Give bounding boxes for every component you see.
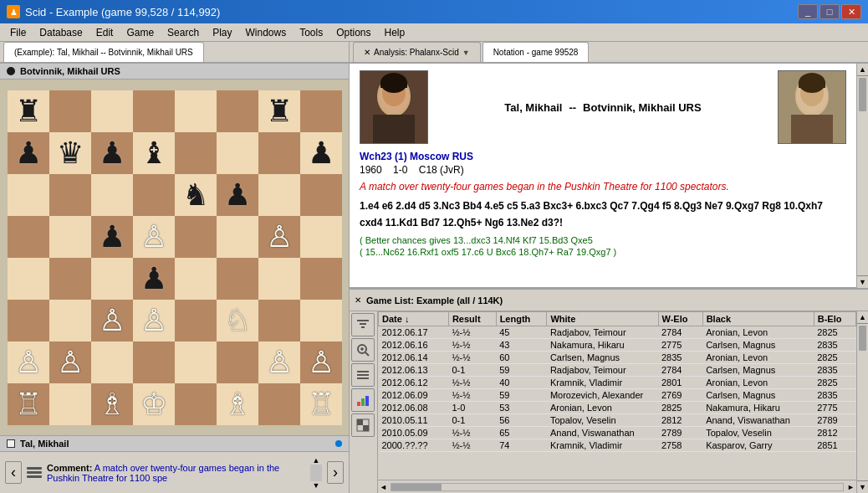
table-row[interactable]: 2012.06.09½-½59Morozevich, Alexander2769… — [379, 389, 856, 402]
square-b4[interactable] — [49, 258, 91, 300]
square-h7[interactable]: ♟ — [300, 132, 342, 174]
prev-button[interactable]: ‹ — [5, 461, 22, 484]
col-date[interactable]: Date ↓ — [379, 312, 449, 326]
table-row[interactable]: 2012.06.16½-½43Nakamura, Hikaru2775Carls… — [379, 339, 856, 352]
square-h5[interactable] — [300, 216, 342, 258]
menu-help[interactable]: Help — [378, 25, 412, 40]
board-button[interactable] — [351, 413, 375, 437]
square-a2[interactable]: ♙ — [8, 342, 49, 383]
square-d4[interactable]: ♟ — [133, 258, 175, 300]
square-d5[interactable]: ♙ — [133, 216, 175, 258]
menu-windows[interactable]: Windows — [238, 25, 293, 40]
notation-scrollbar[interactable]: ▲ ▼ — [856, 64, 868, 288]
square-a4[interactable] — [8, 258, 49, 300]
minimize-button[interactable]: _ — [798, 4, 818, 19]
square-c7[interactable]: ♟ — [91, 132, 133, 174]
square-c4[interactable] — [91, 258, 133, 300]
square-h2[interactable]: ♙ — [300, 342, 342, 383]
list-button[interactable] — [351, 363, 375, 387]
square-d3[interactable]: ♙ — [133, 300, 175, 342]
col-result[interactable]: Result — [448, 312, 496, 326]
square-e3[interactable] — [175, 300, 217, 342]
col-white[interactable]: White — [547, 312, 658, 326]
maximize-button[interactable]: □ — [819, 4, 840, 19]
square-g4[interactable] — [258, 258, 300, 300]
square-f4[interactable] — [217, 258, 258, 300]
left-tab[interactable]: (Example): Tal, Mikhail -- Botvinnik, Mi… — [3, 42, 204, 62]
table-row[interactable]: 2000.??.??½-½74Kramnik, Vladimir2758Kasp… — [379, 439, 856, 452]
square-h3[interactable] — [300, 300, 342, 342]
square-h1[interactable]: ♖ — [300, 383, 342, 425]
menu-game[interactable]: Game — [120, 25, 161, 40]
square-d8[interactable] — [133, 90, 175, 132]
square-f6[interactable]: ♟ — [217, 174, 258, 216]
menu-edit[interactable]: Edit — [89, 25, 120, 40]
square-e2[interactable] — [175, 342, 217, 383]
square-b8[interactable] — [49, 90, 91, 132]
table-row[interactable]: 2012.06.081-053Aronian, Levon2825Nakamur… — [379, 402, 856, 414]
square-h8[interactable] — [300, 90, 342, 132]
square-f3[interactable]: ♘ — [217, 300, 258, 342]
square-e7[interactable] — [175, 132, 217, 174]
list-scroll-up[interactable]: ▲ — [857, 311, 868, 324]
game-list-close-icon[interactable]: ✕ — [355, 295, 361, 305]
square-f2[interactable] — [217, 342, 258, 383]
square-b6[interactable] — [49, 174, 91, 216]
h-scroll-right[interactable]: ► — [845, 483, 856, 491]
square-b3[interactable] — [49, 300, 91, 342]
next-button[interactable]: › — [327, 461, 344, 484]
scroll-thumb[interactable] — [310, 465, 322, 481]
chart-button[interactable] — [351, 388, 375, 412]
menu-database[interactable]: Database — [33, 25, 89, 40]
square-a5[interactable] — [8, 216, 49, 258]
square-d7[interactable]: ♝ — [133, 132, 175, 174]
square-d1[interactable]: ♔ — [133, 383, 175, 425]
square-b2[interactable]: ♙ — [49, 342, 91, 383]
h-scroll-left[interactable]: ◄ — [378, 483, 389, 491]
table-row[interactable]: 2010.05.09½-½65Anand, Viswanathan2789Top… — [379, 427, 856, 439]
square-d2[interactable] — [133, 342, 175, 383]
game-table-scroll[interactable]: Date ↓ Result Length White W-Elo Black B… — [378, 311, 856, 480]
square-g8[interactable]: ♜ — [258, 90, 300, 132]
square-a8[interactable]: ♜ — [8, 90, 49, 132]
menu-options[interactable]: Options — [329, 25, 377, 40]
table-row[interactable]: 2012.06.14½-½60Carlsen, Magnus2835Aronia… — [379, 352, 856, 364]
scroll-up-icon[interactable]: ▲ — [310, 456, 322, 465]
table-row[interactable]: 2012.06.130-159Radjabov, Teimour2784Carl… — [379, 364, 856, 377]
square-c2[interactable] — [91, 342, 133, 383]
square-c8[interactable] — [91, 90, 133, 132]
square-f8[interactable] — [217, 90, 258, 132]
square-g3[interactable] — [258, 300, 300, 342]
square-e1[interactable] — [175, 383, 217, 425]
table-row[interactable]: 2012.06.17½-½45Radjabov, Teimour2784Aron… — [379, 326, 856, 339]
square-c1[interactable]: ♗ — [91, 383, 133, 425]
square-d6[interactable] — [133, 174, 175, 216]
chess-board[interactable]: ♜♜♟♛♟♝♟♞♟♟♙♙♟♙♙♘♙♙♙♙♖♗♔♗♖ — [8, 90, 342, 425]
square-a6[interactable] — [8, 174, 49, 216]
square-g7[interactable] — [258, 132, 300, 174]
square-e5[interactable] — [175, 216, 217, 258]
col-welo[interactable]: W-Elo — [658, 312, 702, 326]
square-b5[interactable] — [49, 216, 91, 258]
square-e6[interactable]: ♞ — [175, 174, 217, 216]
moves-text[interactable]: 1.e4 e6 2.d4 d5 3.Nc3 Bb4 4.e5 c5 5.a3 B… — [360, 198, 846, 232]
notation-scroll-up[interactable]: ▲ — [857, 64, 868, 76]
h-scrollbar[interactable] — [391, 483, 844, 491]
square-e4[interactable] — [175, 258, 217, 300]
list-scroll-down[interactable]: ▼ — [857, 480, 868, 493]
col-black[interactable]: Black — [702, 312, 814, 326]
table-row[interactable]: 2010.05.110-156Topalov, Veselin2812Anand… — [379, 414, 856, 427]
square-g1[interactable] — [258, 383, 300, 425]
zoom-button[interactable] — [351, 338, 375, 362]
table-row[interactable]: 2012.06.12½-½40Kramnik, Vladimir2801Aron… — [379, 377, 856, 389]
square-f1[interactable]: ♗ — [217, 383, 258, 425]
notation-scroll-down[interactable]: ▼ — [857, 275, 868, 288]
square-g5[interactable]: ♙ — [258, 216, 300, 258]
menu-tools[interactable]: Tools — [293, 25, 329, 40]
square-b1[interactable] — [49, 383, 91, 425]
col-belo[interactable]: B-Elo — [814, 312, 855, 326]
close-button[interactable]: ✕ — [841, 4, 861, 19]
square-h4[interactable] — [300, 258, 342, 300]
scroll-down-icon[interactable]: ▼ — [310, 481, 322, 490]
square-e8[interactable] — [175, 90, 217, 132]
